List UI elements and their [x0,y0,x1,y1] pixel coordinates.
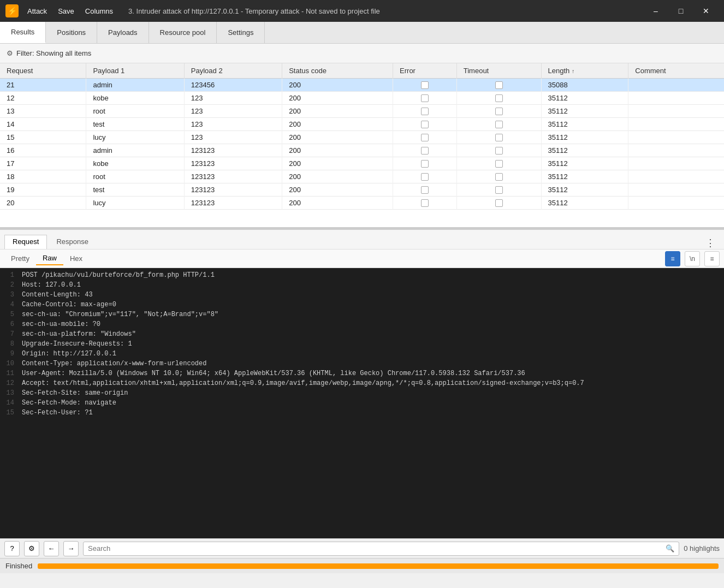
cell-payload2: 123 [184,131,282,144]
table-row[interactable]: 18 root 123123 200 35112 [0,170,724,183]
cell-error [393,170,457,183]
cell-status: 200 [282,157,393,170]
line-number: 13 [0,389,20,399]
cell-error [393,144,457,157]
cell-status: 200 [282,105,393,118]
code-line: 8Upgrade-Insecure-Requests: 1 [0,340,724,350]
table-row[interactable]: 14 test 123 200 35112 [0,118,724,131]
forward-button[interactable]: → [63,541,79,556]
col-timeout[interactable]: Timeout [456,63,541,79]
table-row[interactable]: 15 lucy 123 200 35112 [0,131,724,144]
progress-bar-container [38,563,719,569]
tab-request[interactable]: Request [4,235,47,249]
col-status[interactable]: Status code [282,63,393,79]
table-row[interactable]: 21 admin 123456 200 35088 [0,79,724,92]
line-content: Upgrade-Insecure-Requests: 1 [20,340,132,350]
table-row[interactable]: 13 root 123 200 35112 [0,105,724,118]
sub-tab-pretty[interactable]: Pretty [4,252,36,265]
col-length[interactable]: Length↑ [541,63,628,79]
line-number: 1 [0,271,20,281]
tab-results[interactable]: Results [0,22,46,43]
cell-payload1: lucy [86,131,184,144]
menu-attack[interactable]: Attack [23,6,51,16]
cell-error [393,92,457,105]
search-icon: 🔍 [666,544,674,553]
footer-status: Finished [5,562,32,570]
cell-status: 200 [282,183,393,197]
tab-payloads[interactable]: Payloads [97,22,149,43]
settings-button[interactable]: ⚙ [24,541,39,556]
cell-error [393,131,457,144]
code-line: 5sec-ch-ua: "Chromium";v="117", "Not;A=B… [0,311,724,320]
cell-error [393,105,457,118]
search-box[interactable]: 🔍 [83,542,679,556]
more-options-icon[interactable]: ⋮ [701,237,720,249]
tab-response[interactable]: Response [48,235,97,249]
cell-error [393,79,457,92]
table-header-row: Request Payload 1 Payload 2 Status code … [0,63,724,79]
cell-timeout [456,183,541,197]
wrap-icon[interactable]: ≡ [665,251,680,266]
filter-icon: ⚙ [7,49,13,57]
cell-length: 35112 [541,131,628,144]
cell-timeout [456,157,541,170]
tab-settings[interactable]: Settings [217,22,265,43]
cell-request: 20 [0,197,86,210]
line-number: 2 [0,281,20,291]
sub-tab-hex[interactable]: Hex [63,252,89,265]
line-number: 6 [0,320,20,330]
cell-payload1: test [86,183,184,197]
line-number: 12 [0,379,20,389]
filter-bar: ⚙ Filter: Showing all items [0,44,724,63]
cell-timeout [456,131,541,144]
window-controls: – □ ✕ [643,0,719,22]
menu-columns[interactable]: Columns [81,6,117,16]
cell-status: 200 [282,144,393,157]
table-row[interactable]: 17 kobe 123123 200 35112 [0,157,724,170]
col-comment[interactable]: Comment [628,63,724,79]
format-icon[interactable]: ≡ [704,251,720,266]
cell-request: 13 [0,105,86,118]
help-button[interactable]: ? [4,541,20,556]
code-line: 4Cache-Control: max-age=0 [0,301,724,311]
code-line: 15Sec-Fetch-User: ?1 [0,409,724,419]
footer-bar: Finished [0,558,724,573]
bottom-panel: Request Response ⋮ Pretty Raw Hex ≡ \n ≡… [0,230,724,538]
cell-length: 35112 [541,144,628,157]
tab-positions[interactable]: Positions [46,22,97,43]
cell-request: 21 [0,79,86,92]
sub-tab-icons: ≡ \n ≡ [665,251,720,266]
search-input[interactable] [88,544,666,553]
filter-label[interactable]: Filter: Showing all items [16,49,91,57]
cell-timeout [456,79,541,92]
cell-comment [628,157,724,170]
search-bar: ? ⚙ ← → 🔍 0 highlights [0,538,724,558]
table-row[interactable]: 20 lucy 123123 200 35112 [0,197,724,210]
highlights-count: 0 highlights [684,544,720,553]
col-payload1[interactable]: Payload 1 [86,63,184,79]
sub-tab-raw[interactable]: Raw [36,252,63,265]
col-error[interactable]: Error [393,63,457,79]
line-number: 7 [0,330,20,340]
cell-comment [628,131,724,144]
line-number: 14 [0,399,20,409]
cell-payload1: test [86,118,184,131]
close-button[interactable]: ✕ [693,0,719,22]
back-button[interactable]: ← [44,541,59,556]
table-row[interactable]: 12 kobe 123 200 35112 [0,92,724,105]
tab-resource-pool[interactable]: Resource pool [149,22,217,43]
menu-save[interactable]: Save [54,6,79,16]
table-row[interactable]: 16 admin 123123 200 35112 [0,144,724,157]
cell-length: 35112 [541,183,628,197]
cell-payload2: 123123 [184,183,282,197]
col-request[interactable]: Request [0,63,86,79]
minimize-button[interactable]: – [643,0,668,22]
code-line: 12Accept: text/html,application/xhtml+xm… [0,379,724,389]
ln-icon[interactable]: \n [685,251,700,266]
table-row[interactable]: 19 test 123123 200 35112 [0,183,724,197]
cell-payload2: 123123 [184,197,282,210]
request-code-area: 1POST /pikachu/vul/burteforce/bf_form.ph… [0,268,724,538]
maximize-button[interactable]: □ [668,0,693,22]
col-payload2[interactable]: Payload 2 [184,63,282,79]
cell-error [393,118,457,131]
